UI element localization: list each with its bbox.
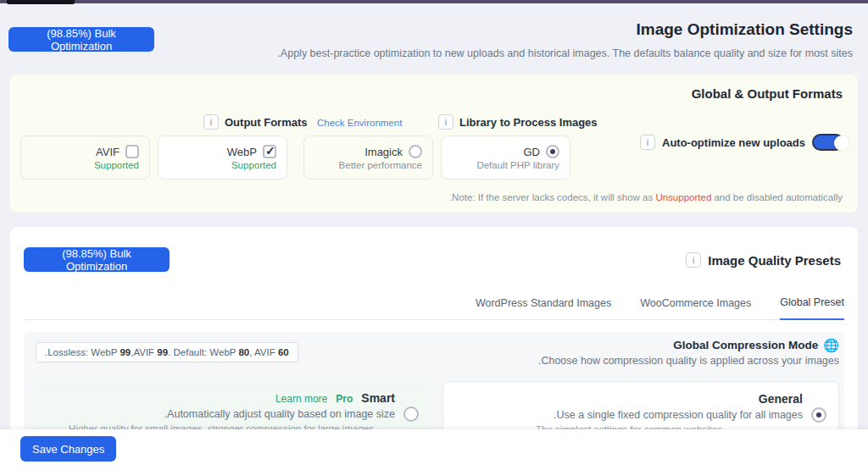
auto-optimize-label: Auto-optimize new uploads	[662, 136, 805, 149]
library-label-row: i Library to Process Images	[438, 114, 598, 130]
auto-optimize-toggle[interactable]	[812, 134, 844, 151]
info-icon[interactable]: i	[640, 135, 655, 150]
sticky-footer: Save Changes	[0, 429, 868, 470]
section-title: Global & Output Formats	[692, 86, 843, 101]
info-icon[interactable]: i	[203, 114, 219, 130]
tab-woocommerce-images[interactable]: WooCommerce Images	[640, 297, 751, 319]
mode-name: Smart	[361, 391, 395, 405]
format-status: Supported	[31, 160, 139, 170]
format-name: WebP	[227, 146, 257, 158]
page-subtitle: .Apply best-practice optimization to new…	[277, 47, 853, 59]
bulk-optimization-button[interactable]: (98.85%) Bulk Optimization	[24, 247, 170, 272]
library-label: Library to Process Images	[459, 116, 598, 129]
presets-title: Image Quality Presets	[708, 253, 841, 268]
general-radio[interactable]	[811, 407, 826, 423]
unsupported-text: Unsupported	[655, 192, 711, 202]
compression-mode-title-row: Global Compression Mode 🌐	[673, 339, 839, 351]
top-accent-bar	[0, 0, 868, 3]
output-formats-label-row: i Output Formats	[203, 114, 308, 130]
tab-global-preset[interactable]: Global Preset	[780, 296, 844, 320]
learn-more-link[interactable]: Learn more	[275, 393, 327, 405]
info-icon[interactable]: i	[686, 252, 701, 268]
library-status: Default PHP library	[452, 160, 559, 170]
bulk-optimization-button[interactable]: (98.85%) Bulk Optimization	[8, 27, 154, 52]
avif-checkbox[interactable]	[125, 145, 139, 158]
format-status: Supported	[169, 160, 276, 170]
format-card-webp[interactable]: WebP Supported	[158, 135, 287, 180]
auto-optimize-row: i Auto-optimize new uploads	[640, 134, 844, 151]
toggle-knob	[834, 135, 849, 151]
format-card-avif[interactable]: AVIF Supported	[20, 135, 150, 180]
check-environment-link[interactable]: Check Environment	[317, 118, 402, 128]
lossless-info-badge: .Lossless: WebP 99,AVIF 99. Default: Web…	[36, 342, 298, 362]
pro-badge: Pro	[336, 393, 353, 405]
info-icon[interactable]: i	[438, 114, 453, 130]
save-changes-button[interactable]: Save Changes	[20, 436, 116, 462]
codec-note: .Note: If the server lacks codecs, it wi…	[449, 192, 843, 202]
preset-tabs: WordPress Standard Images WooCommerce Im…	[24, 291, 844, 320]
tab-wordpress-standard-images[interactable]: WordPress Standard Images	[476, 297, 611, 319]
mode-description: .Use a single fixed compression quality …	[455, 409, 803, 421]
library-name: GD	[524, 146, 541, 158]
library-status: Better performance	[314, 160, 422, 170]
globe-icon: 🌐	[823, 339, 839, 351]
global-output-formats-section: Global & Output Formats i Output Formats…	[10, 75, 858, 213]
smart-radio[interactable]	[403, 406, 419, 422]
mode-description: .Automatically adjust quality based on i…	[47, 408, 395, 420]
webp-checkbox[interactable]	[263, 145, 276, 158]
imagick-radio[interactable]	[409, 145, 422, 158]
page-title: Image Optimization Settings	[637, 20, 853, 39]
library-card-imagick[interactable]: Imagick Better performance	[303, 135, 433, 180]
gd-radio[interactable]	[546, 145, 559, 158]
format-name: AVIF	[96, 146, 120, 158]
presets-title-row: i Image Quality Presets	[686, 252, 841, 268]
mode-name: General	[759, 392, 803, 406]
library-name: Imagick	[364, 146, 403, 158]
output-formats-label: Output Formats	[225, 116, 308, 129]
library-card-gd[interactable]: GD Default PHP library	[441, 135, 570, 180]
compression-mode-title: Global Compression Mode	[673, 339, 818, 351]
top-accent-tab	[7, 0, 75, 4]
compression-mode-subtitle: .Choose how compression quality is appli…	[538, 355, 839, 367]
